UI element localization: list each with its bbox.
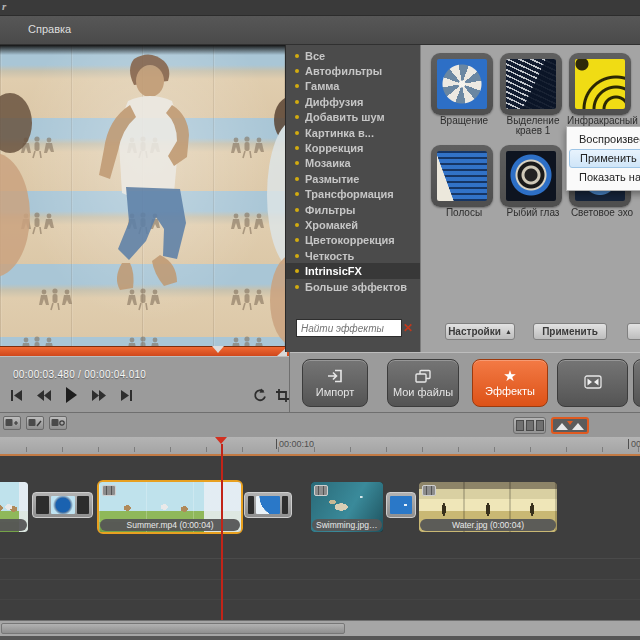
effect-applied-badge-icon — [314, 485, 328, 496]
clip-tool-button-2[interactable] — [26, 416, 44, 430]
skip-start-button[interactable] — [6, 386, 28, 404]
transition-side — [77, 496, 90, 514]
bullet-icon — [295, 69, 299, 73]
clip-tool-icon — [5, 418, 19, 428]
my-files-button[interactable]: Мои файлы — [387, 359, 459, 407]
category-label: Диффузия — [305, 96, 363, 108]
category-item[interactable]: Картинка в... — [286, 125, 421, 140]
forward-icon — [91, 389, 107, 402]
timeline-toolbar: Масштаб: — [0, 412, 640, 438]
partial-button[interactable] — [627, 323, 640, 340]
seek-marker[interactable] — [212, 346, 224, 353]
bullet-icon — [295, 192, 299, 196]
effect-card-edges[interactable] — [500, 53, 562, 115]
transition-side — [36, 496, 49, 514]
category-item-selected[interactable]: IntrinsicFX — [286, 263, 421, 278]
category-item[interactable]: Добавить шум — [286, 110, 421, 125]
category-item[interactable]: Фильтры — [286, 202, 421, 217]
category-label: Размытие — [305, 173, 359, 185]
effects-button[interactable]: ★ Эффекты — [472, 359, 548, 407]
category-label: Четкость — [305, 250, 354, 262]
category-item[interactable]: Гамма — [286, 79, 421, 94]
skip-end-icon — [119, 389, 133, 402]
category-item[interactable]: Размытие — [286, 171, 421, 186]
storyboard-icon — [536, 420, 544, 431]
skip-end-button[interactable] — [115, 386, 137, 404]
effect-card-rotation[interactable] — [431, 53, 493, 115]
menu-bar: Справка — [0, 16, 640, 45]
bullet-icon — [295, 54, 299, 58]
clip-summer-selected[interactable]: Summer.mp4 (0:00:04) — [99, 482, 241, 532]
category-item[interactable]: Хромакей — [286, 217, 421, 232]
playhead-line[interactable] — [221, 444, 223, 620]
bullet-icon — [295, 285, 299, 289]
transition-slide[interactable] — [386, 492, 416, 518]
scrollbar-thumb[interactable] — [1, 623, 345, 634]
clip-swimming[interactable]: Swimming.jpg (0:00:04) — [311, 482, 383, 532]
category-item[interactable]: Трансформация — [286, 187, 421, 202]
crop-icon — [275, 388, 290, 403]
search-effects-input[interactable] — [296, 319, 402, 337]
transition-iris[interactable] — [32, 492, 93, 518]
transitions-icon — [584, 375, 602, 389]
effect-label: Вращение — [429, 116, 499, 126]
rewind-button[interactable] — [33, 386, 55, 404]
category-label: Автофильтры — [305, 65, 382, 77]
timecode-display: 00:00:03.480 / 00:00:04.010 — [13, 369, 146, 380]
category-label: Трансформация — [305, 188, 394, 200]
storyboard-view-button[interactable] — [513, 417, 546, 434]
context-menu-item-show[interactable]: Показать на — [567, 168, 640, 187]
infrared-effect-thumbnail — [575, 59, 625, 109]
partial-nav-button[interactable] — [633, 359, 640, 407]
context-menu-item-play[interactable]: Воспроизвести — [567, 130, 640, 149]
category-label: Мозаика — [305, 157, 351, 169]
category-item[interactable]: Четкость — [286, 248, 421, 263]
category-item[interactable]: Все — [286, 48, 421, 63]
playhead-marker[interactable] — [215, 437, 227, 444]
category-item[interactable]: Больше эффектов — [286, 279, 421, 294]
clip-tool-button-1[interactable] — [3, 416, 21, 430]
clip-partial-left[interactable] — [0, 482, 28, 532]
star-icon: ★ — [503, 369, 516, 383]
context-menu-item-apply[interactable]: Применить — [569, 149, 640, 168]
bullet-icon — [295, 223, 299, 227]
timeline-scrollbar[interactable] — [0, 620, 640, 636]
category-item[interactable]: Цветокоррекция — [286, 233, 421, 248]
clip-water[interactable]: Water.jpg (0:00:04) — [419, 482, 557, 532]
clip-label: Swimming.jpg (0:00:04) — [312, 519, 382, 531]
effect-label: Рыбий глаз — [498, 208, 568, 218]
category-label: Добавить шум — [305, 111, 385, 123]
forward-button[interactable] — [88, 386, 110, 404]
timeline-ruler[interactable]: 00:00:10 00:00:20 — [0, 437, 640, 456]
import-button[interactable]: Импорт — [302, 359, 368, 407]
play-button[interactable] — [60, 386, 82, 404]
clip-tool-icon — [28, 418, 42, 428]
effect-card-fisheye[interactable] — [500, 145, 562, 207]
category-item[interactable]: Автофильтры — [286, 63, 421, 78]
category-label: Гамма — [305, 80, 339, 92]
transition-clock-wipe[interactable] — [244, 492, 292, 518]
timeline-view-button[interactable] — [551, 417, 589, 434]
apply-button[interactable]: Применить — [533, 323, 607, 340]
storyboard-icon — [516, 420, 524, 431]
rewind-icon — [36, 389, 52, 402]
category-label: IntrinsicFX — [305, 265, 362, 277]
import-icon — [326, 368, 344, 384]
effect-card-infrared[interactable] — [569, 53, 631, 115]
bullet-icon — [295, 115, 299, 119]
clip-tool-icon — [51, 418, 65, 428]
menu-help[interactable]: Справка — [28, 23, 71, 35]
category-label: Все — [305, 50, 325, 62]
effect-label: Инфракрасный — [567, 116, 637, 126]
undo-button[interactable] — [248, 386, 270, 404]
video-preview — [0, 45, 285, 346]
transitions-button[interactable] — [557, 359, 628, 407]
clip-tool-button-3[interactable] — [49, 416, 67, 430]
effect-card-stripes[interactable] — [431, 145, 493, 207]
bullet-icon — [295, 100, 299, 104]
category-item[interactable]: Диффузия — [286, 94, 421, 109]
category-item[interactable]: Мозаика — [286, 156, 421, 171]
settings-button[interactable]: Настройки ▲ — [445, 323, 515, 340]
search-clear-icon[interactable]: ✕ — [403, 321, 413, 335]
category-item[interactable]: Коррекция — [286, 140, 421, 155]
